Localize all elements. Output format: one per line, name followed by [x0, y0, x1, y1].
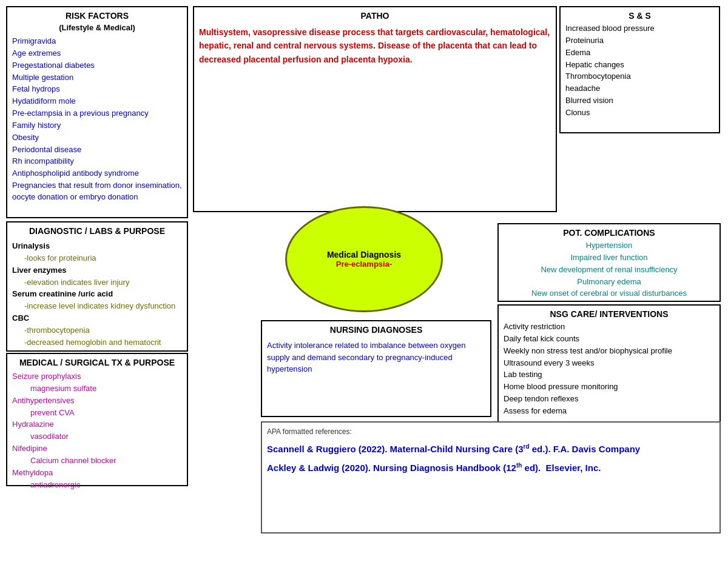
patho-box: PATHO Multisystem, vasopressive disease …	[193, 6, 557, 212]
ss-box: S & S Increased blood pressure Proteinur…	[559, 6, 720, 133]
diagnostic-title: DIAGNOSTIC / LABS & PURPOSE	[12, 226, 182, 236]
diagnostic-list: Urinalysis -looks for proteinuria Liver …	[12, 241, 182, 349]
patho-title: PATHO	[199, 11, 551, 21]
risk-factors-box: RISK FACTORS (Lifestyle & Medical) Primi…	[6, 6, 188, 218]
risk-factors-subtitle: (Lifestyle & Medical)	[12, 23, 182, 32]
diagnostic-box: DIAGNOSTIC / LABS & PURPOSE Urinalysis -…	[6, 221, 188, 352]
nsg-care-box: NSG CARE/ INTERVENTIONS Activity restric…	[497, 304, 721, 426]
ss-title: S & S	[565, 11, 714, 21]
ellipse-subtitle: Pre-eclampsia-	[336, 259, 393, 269]
ss-list: Increased blood pressure Proteinuria Ede…	[565, 23, 714, 119]
patho-text: Multisystem, vasopressive disease proces…	[199, 25, 551, 66]
nsg-care-title: NSG CARE/ INTERVENTIONS	[504, 309, 715, 319]
nursing-dx-title: NURSING DIAGNOSES	[267, 325, 485, 335]
pot-complications-box: POT. COMPLICATIONS Hypertension Impaired…	[497, 223, 721, 302]
reference-2: Ackley & Ladwig (2020). Nursing Diagnosi…	[267, 461, 715, 475]
pot-comp-title: POT. COMPLICATIONS	[504, 228, 715, 238]
pot-comp-list: Hypertension Impaired liver function New…	[504, 240, 715, 299]
references-box: APA formatted references: Scannell & Rug…	[261, 421, 721, 534]
risk-factors-list: Primigravida Age extremes Pregestational…	[12, 36, 182, 203]
nursing-diagnoses-box: NURSING DIAGNOSES Activity intolerance r…	[261, 320, 491, 417]
nsg-care-list: Activity restriction Daily fetal kick co…	[504, 321, 715, 417]
risk-factors-title: RISK FACTORS	[12, 11, 182, 21]
ellipse-title: Medical Diagnosis	[327, 250, 401, 259]
medical-diagnosis-ellipse: Medical Diagnosis Pre-eclampsia-	[285, 206, 443, 312]
medical-surgical-box: MEDICAL / SURGICAL TX & PURPOSE Seizure …	[6, 353, 188, 486]
medical-surgical-list: Seizure prophylaxis magnesium sulfate An…	[12, 371, 182, 490]
nursing-dx-text: Activity intolerance related to imbalanc…	[267, 340, 485, 375]
medical-surgical-title: MEDICAL / SURGICAL TX & PURPOSE	[12, 358, 182, 367]
references-label: APA formatted references:	[267, 427, 715, 437]
reference-1: Scannell & Ruggiero (2022). Maternal-Chi…	[267, 442, 715, 457]
